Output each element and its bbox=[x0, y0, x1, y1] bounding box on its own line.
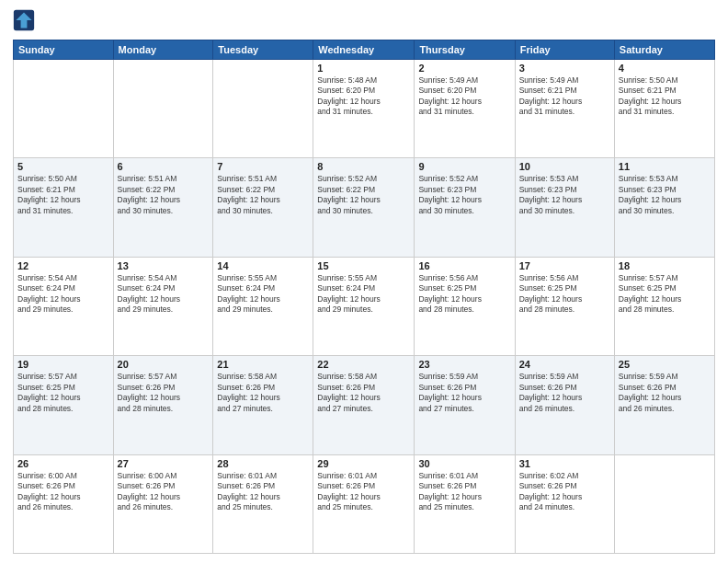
calendar-cell bbox=[14, 60, 114, 158]
col-header-tuesday: Tuesday bbox=[213, 40, 313, 60]
calendar-cell: 2Sunrise: 5:49 AM Sunset: 6:20 PM Daylig… bbox=[415, 60, 515, 158]
calendar-cell: 10Sunrise: 5:53 AM Sunset: 6:23 PM Dayli… bbox=[515, 158, 614, 257]
day-info: Sunrise: 5:59 AM Sunset: 6:26 PM Dayligh… bbox=[619, 372, 711, 414]
day-info: Sunrise: 5:48 AM Sunset: 6:20 PM Dayligh… bbox=[317, 75, 410, 118]
calendar-cell: 27Sunrise: 6:00 AM Sunset: 6:26 PM Dayli… bbox=[113, 454, 213, 553]
calendar-cell: 19Sunrise: 5:57 AM Sunset: 6:25 PM Dayli… bbox=[14, 356, 114, 454]
day-number: 15 bbox=[317, 260, 410, 271]
day-number: 8 bbox=[317, 161, 410, 172]
week-row-3: 12Sunrise: 5:54 AM Sunset: 6:24 PM Dayli… bbox=[14, 257, 715, 355]
day-number: 5 bbox=[17, 161, 109, 172]
calendar-cell: 28Sunrise: 6:01 AM Sunset: 6:26 PM Dayli… bbox=[213, 454, 313, 553]
day-number: 2 bbox=[418, 63, 510, 74]
calendar-page: SundayMondayTuesdayWednesdayThursdayFrid… bbox=[0, 0, 728, 563]
day-number: 12 bbox=[17, 260, 109, 271]
col-header-wednesday: Wednesday bbox=[313, 40, 415, 60]
week-row-2: 5Sunrise: 5:50 AM Sunset: 6:21 PM Daylig… bbox=[14, 158, 715, 257]
day-number: 27 bbox=[118, 458, 210, 469]
day-info: Sunrise: 6:01 AM Sunset: 6:26 PM Dayligh… bbox=[317, 471, 410, 513]
day-info: Sunrise: 6:00 AM Sunset: 6:26 PM Dayligh… bbox=[118, 471, 210, 513]
day-number: 1 bbox=[317, 63, 410, 74]
day-number: 21 bbox=[217, 359, 309, 370]
day-info: Sunrise: 5:58 AM Sunset: 6:26 PM Dayligh… bbox=[317, 372, 410, 414]
calendar-cell: 23Sunrise: 5:59 AM Sunset: 6:26 PM Dayli… bbox=[415, 356, 515, 454]
calendar-cell: 4Sunrise: 5:50 AM Sunset: 6:21 PM Daylig… bbox=[614, 60, 714, 158]
day-number: 4 bbox=[619, 63, 711, 74]
week-row-5: 26Sunrise: 6:00 AM Sunset: 6:26 PM Dayli… bbox=[14, 454, 715, 553]
day-number: 9 bbox=[418, 161, 510, 172]
col-header-sunday: Sunday bbox=[14, 40, 114, 60]
calendar-cell: 11Sunrise: 5:53 AM Sunset: 6:23 PM Dayli… bbox=[614, 158, 714, 257]
day-number: 11 bbox=[619, 161, 711, 172]
calendar-cell: 30Sunrise: 6:01 AM Sunset: 6:26 PM Dayli… bbox=[415, 454, 515, 553]
day-info: Sunrise: 5:51 AM Sunset: 6:22 PM Dayligh… bbox=[217, 174, 309, 216]
calendar-cell bbox=[614, 454, 714, 553]
calendar-cell: 22Sunrise: 5:58 AM Sunset: 6:26 PM Dayli… bbox=[313, 356, 415, 454]
day-info: Sunrise: 5:54 AM Sunset: 6:24 PM Dayligh… bbox=[17, 273, 109, 316]
week-row-4: 19Sunrise: 5:57 AM Sunset: 6:25 PM Dayli… bbox=[14, 356, 715, 454]
week-row-1: 1Sunrise: 5:48 AM Sunset: 6:20 PM Daylig… bbox=[14, 60, 715, 158]
calendar-cell: 29Sunrise: 6:01 AM Sunset: 6:26 PM Dayli… bbox=[313, 454, 415, 553]
day-info: Sunrise: 5:50 AM Sunset: 6:21 PM Dayligh… bbox=[17, 174, 109, 216]
day-number: 25 bbox=[619, 359, 711, 370]
day-info: Sunrise: 5:55 AM Sunset: 6:24 PM Dayligh… bbox=[217, 273, 309, 316]
day-info: Sunrise: 5:52 AM Sunset: 6:23 PM Dayligh… bbox=[418, 174, 510, 216]
calendar-cell: 13Sunrise: 5:54 AM Sunset: 6:24 PM Dayli… bbox=[113, 257, 213, 355]
day-info: Sunrise: 6:02 AM Sunset: 6:26 PM Dayligh… bbox=[519, 471, 610, 513]
day-info: Sunrise: 6:01 AM Sunset: 6:26 PM Dayligh… bbox=[418, 471, 510, 513]
calendar-cell: 3Sunrise: 5:49 AM Sunset: 6:21 PM Daylig… bbox=[515, 60, 614, 158]
day-info: Sunrise: 5:56 AM Sunset: 6:25 PM Dayligh… bbox=[519, 273, 610, 316]
day-info: Sunrise: 5:49 AM Sunset: 6:21 PM Dayligh… bbox=[519, 75, 610, 118]
day-number: 26 bbox=[17, 458, 109, 469]
calendar-cell: 31Sunrise: 6:02 AM Sunset: 6:26 PM Dayli… bbox=[515, 454, 614, 553]
day-info: Sunrise: 5:56 AM Sunset: 6:25 PM Dayligh… bbox=[418, 273, 510, 316]
calendar-cell: 17Sunrise: 5:56 AM Sunset: 6:25 PM Dayli… bbox=[515, 257, 614, 355]
col-header-thursday: Thursday bbox=[415, 40, 515, 60]
day-number: 10 bbox=[519, 161, 610, 172]
day-info: Sunrise: 5:57 AM Sunset: 6:25 PM Dayligh… bbox=[17, 372, 109, 414]
day-info: Sunrise: 6:01 AM Sunset: 6:26 PM Dayligh… bbox=[217, 471, 309, 513]
day-number: 17 bbox=[519, 260, 610, 271]
calendar-cell: 12Sunrise: 5:54 AM Sunset: 6:24 PM Dayli… bbox=[14, 257, 114, 355]
logo-icon bbox=[13, 9, 35, 31]
day-number: 20 bbox=[118, 359, 210, 370]
col-header-saturday: Saturday bbox=[614, 40, 714, 60]
day-info: Sunrise: 5:52 AM Sunset: 6:22 PM Dayligh… bbox=[317, 174, 410, 216]
day-number: 31 bbox=[519, 458, 610, 469]
calendar-cell: 21Sunrise: 5:58 AM Sunset: 6:26 PM Dayli… bbox=[213, 356, 313, 454]
calendar-cell: 8Sunrise: 5:52 AM Sunset: 6:22 PM Daylig… bbox=[313, 158, 415, 257]
day-info: Sunrise: 5:58 AM Sunset: 6:26 PM Dayligh… bbox=[217, 372, 309, 414]
calendar-cell: 18Sunrise: 5:57 AM Sunset: 6:25 PM Dayli… bbox=[614, 257, 714, 355]
day-info: Sunrise: 5:53 AM Sunset: 6:23 PM Dayligh… bbox=[519, 174, 610, 216]
day-number: 13 bbox=[118, 260, 210, 271]
day-number: 3 bbox=[519, 63, 610, 74]
calendar-cell: 20Sunrise: 5:57 AM Sunset: 6:26 PM Dayli… bbox=[113, 356, 213, 454]
calendar-table: SundayMondayTuesdayWednesdayThursdayFrid… bbox=[13, 40, 715, 554]
day-number: 28 bbox=[217, 458, 309, 469]
calendar-cell: 26Sunrise: 6:00 AM Sunset: 6:26 PM Dayli… bbox=[14, 454, 114, 553]
calendar-header-row: SundayMondayTuesdayWednesdayThursdayFrid… bbox=[14, 40, 715, 60]
day-info: Sunrise: 5:59 AM Sunset: 6:26 PM Dayligh… bbox=[418, 372, 510, 414]
calendar-cell: 16Sunrise: 5:56 AM Sunset: 6:25 PM Dayli… bbox=[415, 257, 515, 355]
day-info: Sunrise: 5:53 AM Sunset: 6:23 PM Dayligh… bbox=[619, 174, 711, 216]
day-info: Sunrise: 5:55 AM Sunset: 6:24 PM Dayligh… bbox=[317, 273, 410, 316]
day-number: 22 bbox=[317, 359, 410, 370]
day-number: 14 bbox=[217, 260, 309, 271]
day-number: 18 bbox=[619, 260, 711, 271]
day-number: 6 bbox=[118, 161, 210, 172]
calendar-cell: 1Sunrise: 5:48 AM Sunset: 6:20 PM Daylig… bbox=[313, 60, 415, 158]
day-info: Sunrise: 5:59 AM Sunset: 6:26 PM Dayligh… bbox=[519, 372, 610, 414]
day-info: Sunrise: 5:50 AM Sunset: 6:21 PM Dayligh… bbox=[619, 75, 711, 118]
day-number: 7 bbox=[217, 161, 309, 172]
calendar-cell: 6Sunrise: 5:51 AM Sunset: 6:22 PM Daylig… bbox=[113, 158, 213, 257]
calendar-cell: 25Sunrise: 5:59 AM Sunset: 6:26 PM Dayli… bbox=[614, 356, 714, 454]
day-number: 24 bbox=[519, 359, 610, 370]
day-number: 16 bbox=[418, 260, 510, 271]
day-number: 23 bbox=[418, 359, 510, 370]
col-header-monday: Monday bbox=[113, 40, 213, 60]
col-header-friday: Friday bbox=[515, 40, 614, 60]
calendar-cell: 5Sunrise: 5:50 AM Sunset: 6:21 PM Daylig… bbox=[14, 158, 114, 257]
day-info: Sunrise: 5:54 AM Sunset: 6:24 PM Dayligh… bbox=[118, 273, 210, 316]
calendar-cell bbox=[113, 60, 213, 158]
calendar-cell: 9Sunrise: 5:52 AM Sunset: 6:23 PM Daylig… bbox=[415, 158, 515, 257]
